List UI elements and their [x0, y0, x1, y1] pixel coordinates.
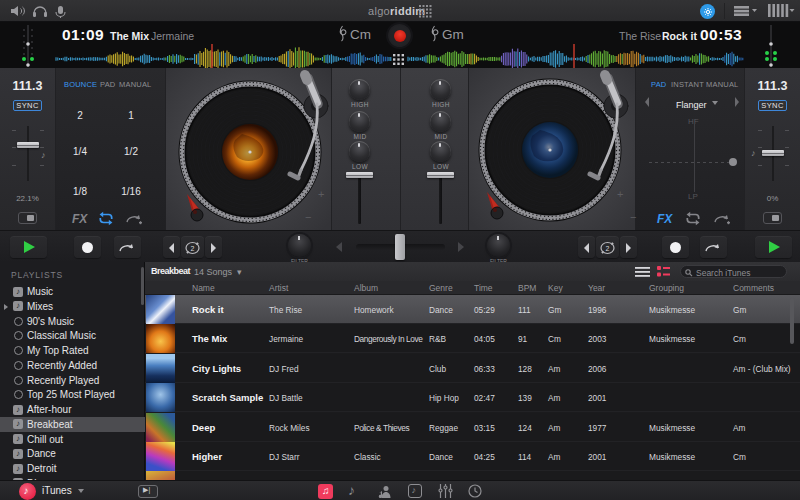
- svg-text:2: 2: [191, 245, 195, 252]
- svg-text:2: 2: [606, 245, 610, 252]
